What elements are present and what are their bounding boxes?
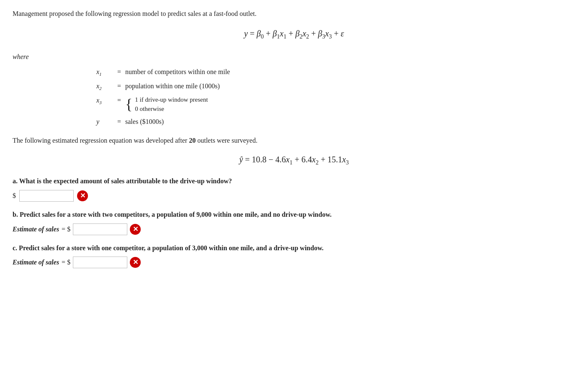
estimate-equals-c: = $ <box>62 257 70 268</box>
dollar-sign-a: $ <box>13 190 16 201</box>
estimate-label-c: Estimate of sales <box>13 257 59 268</box>
error-icon-b[interactable] <box>130 224 141 235</box>
model-equation: y = β0 + β1x1 + β2x2 + β3x3 + ε <box>13 27 575 41</box>
brace-line-2: 0 otherwise <box>135 104 208 114</box>
def-x2-desc: population within one mile (1000s) <box>125 81 575 92</box>
error-icon-a[interactable] <box>77 190 88 201</box>
brace-line-1: 1 if drive-up window present <box>135 95 208 105</box>
error-icon-c[interactable] <box>130 257 141 268</box>
def-x1-desc: number of competitors within one mile <box>125 67 575 77</box>
question-a-answer-row: $ <box>13 190 575 202</box>
def-x1-eq: = <box>117 67 121 77</box>
def-y-desc: sales ($1000s) <box>125 116 575 127</box>
intro-text: Management proposed the following regres… <box>13 8 575 19</box>
where-label: where <box>13 51 575 62</box>
question-b-label: b. Predict sales for a store with two co… <box>13 209 575 220</box>
def-x3: x3 = { 1 if drive-up window present 0 ot… <box>96 95 575 114</box>
brace-symbol: { <box>125 97 132 112</box>
answer-input-c[interactable] <box>73 257 127 268</box>
def-x2: x2 = population within one mile (1000s) <box>96 81 575 92</box>
question-b: b. Predict sales for a store with two co… <box>13 209 575 235</box>
def-x2-var: x2 <box>96 81 113 92</box>
estimate-equals-b: = $ <box>62 224 70 235</box>
def-y-eq: = <box>117 116 121 127</box>
def-x2-eq: = <box>117 81 121 92</box>
brace-lines: 1 if drive-up window present 0 otherwise <box>135 95 208 114</box>
question-b-answer-row: Estimate of sales = $ <box>13 223 575 235</box>
def-y-var: y <box>96 116 113 127</box>
def-x1: x1 = number of competitors within one mi… <box>96 67 575 78</box>
question-a-label: a. What is the expected amount of sales … <box>13 176 575 187</box>
question-c-answer-row: Estimate of sales = $ <box>13 257 575 268</box>
def-x3-brace-block: { 1 if drive-up window present 0 otherwi… <box>125 95 208 114</box>
question-c-label: c. Predict sales for a store with one co… <box>13 243 575 254</box>
question-a: a. What is the expected amount of sales … <box>13 176 575 202</box>
question-c: c. Predict sales for a store with one co… <box>13 243 575 269</box>
estimated-equation: ŷ = 10.8 − 4.6x1 + 6.4x2 + 15.1x3 <box>13 153 575 167</box>
estimate-label-b: Estimate of sales <box>13 224 59 235</box>
definitions-block: x1 = number of competitors within one mi… <box>96 67 575 127</box>
def-y: y = sales ($1000s) <box>96 116 575 127</box>
def-x3-var: x3 <box>96 95 113 107</box>
answer-input-b[interactable] <box>73 223 127 235</box>
def-x3-eq: = <box>117 95 121 106</box>
answer-input-a[interactable] <box>19 190 74 202</box>
follow-text: The following estimated regression equat… <box>13 135 575 146</box>
def-x1-var: x1 <box>96 67 113 78</box>
